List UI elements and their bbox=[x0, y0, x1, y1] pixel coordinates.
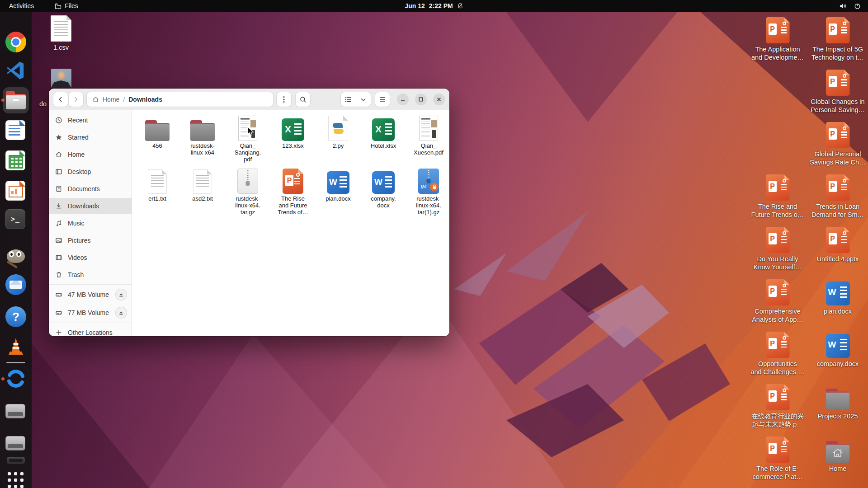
dock-volume-47-icon[interactable] bbox=[5, 401, 26, 422]
sidebar-item-pictures[interactable]: Pictures bbox=[49, 232, 132, 249]
file-list-area[interactable]: 456 rustdesk- linux-x64 Qian_ Sanqiang. … bbox=[132, 110, 449, 336]
desktop-item-label: The Role of E- commerce Plat… bbox=[752, 465, 802, 481]
desktop-item[interactable]: P Global Changes in Personal Saving… bbox=[807, 70, 868, 114]
sidebar-item-label: Documents bbox=[68, 185, 127, 192]
file-item[interactable]: rustdesk- linux-x64 bbox=[180, 114, 225, 167]
volume-icon[interactable] bbox=[839, 3, 847, 9]
file-item[interactable]: Qian_ Sanqiang. pdf bbox=[225, 114, 270, 167]
file-item[interactable]: rustdesk- linux-x64. tar.gz bbox=[225, 167, 270, 220]
files-running-dot bbox=[1, 99, 5, 102]
sidebar-item-label: Home bbox=[68, 151, 127, 158]
desktop-item[interactable]: company.docx bbox=[807, 332, 868, 368]
close-button[interactable] bbox=[433, 94, 445, 105]
word-file-icon bbox=[826, 282, 850, 305]
sidebar-item-desktop[interactable]: Desktop bbox=[49, 164, 132, 180]
dock-volume-77-icon[interactable] bbox=[5, 433, 26, 454]
dock-thunderbird-icon[interactable] bbox=[5, 274, 26, 295]
desktop-item[interactable]: P The Rise and Future Trends o… bbox=[747, 174, 808, 219]
clock-time: 2:22 PM bbox=[429, 2, 453, 9]
breadcrumb-home[interactable]: Home bbox=[103, 96, 119, 103]
sidebar-item-downloads[interactable]: Downloads bbox=[49, 198, 132, 214]
view-options-dropdown[interactable] bbox=[356, 92, 371, 107]
sidebar-item-videos[interactable]: Videos bbox=[49, 249, 132, 266]
breadcrumb[interactable]: Home / Downloads bbox=[87, 92, 273, 107]
file-label: 456 bbox=[152, 142, 162, 149]
home-folder-icon bbox=[825, 441, 850, 463]
forward-button[interactable] bbox=[69, 92, 83, 107]
path-menu-button[interactable] bbox=[277, 92, 291, 107]
file-item[interactable]: Qian_ Xuesen.pdf bbox=[406, 114, 451, 167]
desktop-item[interactable]: P Do You Really Know Yourself… bbox=[747, 227, 808, 271]
file-label: ert1.txt bbox=[148, 195, 166, 202]
dock-help-icon[interactable]: ? bbox=[5, 306, 26, 327]
sidebar-item-music[interactable]: Music bbox=[49, 215, 132, 231]
sidebar-item-documents[interactable]: Documents bbox=[49, 181, 132, 197]
file-item[interactable]: 123.xlsx bbox=[270, 114, 316, 167]
desktop-item[interactable]: P The Application and Developme… bbox=[747, 17, 808, 61]
breadcrumb-separator: / bbox=[123, 96, 125, 103]
file-item[interactable]: P The Rise and Future Trends of… bbox=[270, 167, 316, 220]
desktop-item[interactable]: Projects 2025 bbox=[807, 384, 868, 421]
plus-icon bbox=[55, 329, 62, 336]
dock-rustdesk-icon[interactable] bbox=[5, 368, 26, 389]
minimize-button[interactable] bbox=[397, 94, 409, 105]
sidebar-item-label: Music bbox=[68, 220, 127, 227]
sidebar-item-home[interactable]: Home bbox=[49, 146, 132, 163]
sidebar-item-trash[interactable]: Trash bbox=[49, 267, 132, 283]
desktop-item[interactable]: P Global Personal Savings Rate Ch… bbox=[807, 122, 868, 166]
desktop-item-photo[interactable] bbox=[41, 69, 81, 88]
sidebar-item-starred[interactable]: Starred bbox=[49, 129, 132, 145]
file-item[interactable]: ert1.txt bbox=[135, 167, 180, 220]
file-item[interactable]: 456 bbox=[135, 114, 180, 167]
dock-files-icon[interactable] bbox=[6, 91, 26, 109]
desktop-item-label: The Rise and Future Trends o… bbox=[751, 203, 804, 219]
file-item[interactable]: plan.docx bbox=[316, 167, 361, 220]
show-apps-button[interactable] bbox=[5, 470, 25, 488]
clock[interactable]: Jun 12 2:22 PM bbox=[384, 2, 484, 9]
file-item[interactable]: Hotel.xlsx bbox=[361, 114, 406, 167]
desktop-item[interactable]: P 在线教育行业的兴 起与未来趋势.p… bbox=[747, 384, 808, 428]
eject-icon bbox=[118, 310, 124, 315]
sidebar-item-volume-77[interactable]: 77 MB Volume bbox=[49, 304, 132, 321]
list-view-button[interactable] bbox=[341, 92, 356, 107]
dock-calc-icon[interactable] bbox=[5, 150, 26, 171]
desktop-item[interactable]: P The Role of E- commerce Plat… bbox=[747, 436, 808, 481]
view-toggle bbox=[341, 92, 371, 107]
desktop-item-1csv[interactable]: 1.csv bbox=[34, 15, 88, 52]
back-button[interactable] bbox=[53, 92, 68, 107]
file-item[interactable]: asd2.txt bbox=[180, 167, 225, 220]
sidebar-item-recent[interactable]: Recent bbox=[49, 112, 132, 128]
eject-button[interactable] bbox=[115, 289, 127, 300]
dock-gimp-icon[interactable] bbox=[5, 246, 26, 267]
sidebar-item-volume-47[interactable]: 47 MB Volume bbox=[49, 286, 132, 303]
hamburger-menu-button[interactable] bbox=[375, 92, 390, 107]
power-icon[interactable] bbox=[854, 3, 861, 9]
desktop-item[interactable]: P Trends in Loan Demand for Sm… bbox=[807, 174, 868, 219]
dock-writer-icon[interactable] bbox=[5, 120, 26, 141]
dock-vscode-icon[interactable] bbox=[5, 60, 26, 81]
desktop-item[interactable]: P Untitled 4.pptx bbox=[807, 227, 868, 263]
eject-button[interactable] bbox=[115, 307, 127, 319]
dock-impress-icon[interactable] bbox=[5, 181, 26, 202]
dock-terminal-icon[interactable]: >_ bbox=[5, 209, 26, 230]
file-item[interactable]: company. docx bbox=[361, 167, 406, 220]
desktop-item-label: The Impact of 5G Technology on t… bbox=[811, 46, 864, 61]
desktop-item[interactable]: plan.docx bbox=[807, 279, 868, 316]
desktop-item[interactable]: P Comprehensive Analysis of App… bbox=[747, 279, 808, 324]
dock-volume-small-icon[interactable] bbox=[5, 457, 26, 464]
desktop-item[interactable]: P Opportunities and Challenges … bbox=[747, 332, 808, 376]
activities-button[interactable]: Activities bbox=[6, 0, 37, 12]
file-item[interactable]: 2.py bbox=[316, 114, 361, 167]
drive-icon bbox=[55, 291, 62, 298]
dock-vlc-icon[interactable] bbox=[5, 336, 26, 357]
search-button[interactable] bbox=[296, 92, 310, 107]
desktop-item[interactable]: Home bbox=[807, 436, 868, 473]
maximize-button[interactable] bbox=[415, 94, 427, 105]
desktop-item-label: 1.csv bbox=[53, 44, 69, 52]
excel-file-icon bbox=[372, 118, 395, 141]
desktop-item[interactable]: P The Impact of 5G Technology on t… bbox=[807, 17, 868, 61]
sidebar-item-other-locations[interactable]: Other Locations bbox=[49, 324, 132, 341]
file-item[interactable]: gz rustdesk- linux-x64. tar(1).gz bbox=[406, 167, 451, 220]
dock-chrome-icon[interactable] bbox=[5, 32, 26, 52]
app-menu[interactable]: Files bbox=[52, 0, 81, 12]
